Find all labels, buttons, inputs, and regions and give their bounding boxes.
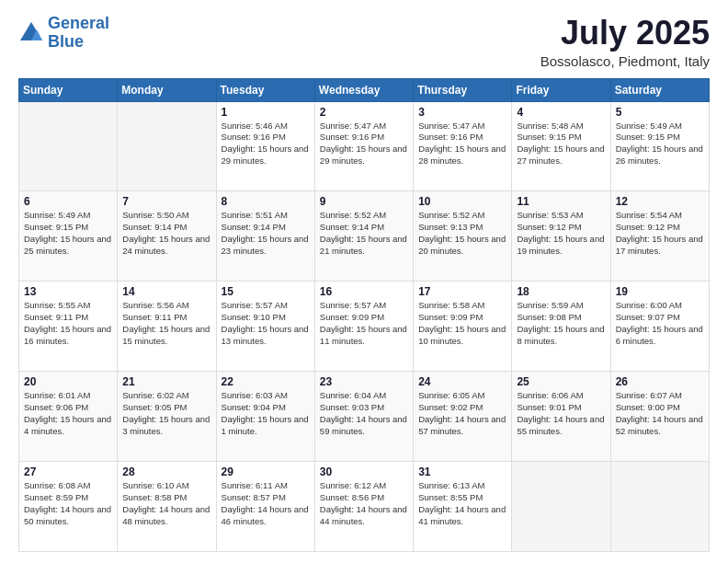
day-detail: Sunrise: 6:04 AMSunset: 9:03 PMDaylight:… bbox=[320, 390, 408, 437]
calendar-cell-w4-d2: 22Sunrise: 6:03 AMSunset: 9:04 PMDayligh… bbox=[216, 372, 314, 462]
week-row-3: 13Sunrise: 5:55 AMSunset: 9:11 PMDayligh… bbox=[19, 282, 710, 372]
day-number: 28 bbox=[122, 465, 210, 478]
calendar-cell-w2-d3: 9Sunrise: 5:52 AMSunset: 9:14 PMDaylight… bbox=[314, 191, 413, 282]
day-number: 30 bbox=[320, 465, 408, 478]
day-number: 4 bbox=[517, 106, 605, 119]
week-row-2: 6Sunrise: 5:49 AMSunset: 9:15 PMDaylight… bbox=[19, 191, 710, 282]
day-number: 27 bbox=[24, 465, 112, 478]
day-number: 23 bbox=[320, 375, 408, 388]
day-detail: Sunrise: 5:57 AMSunset: 9:09 PMDaylight:… bbox=[320, 300, 408, 347]
day-detail: Sunrise: 5:55 AMSunset: 9:11 PMDaylight:… bbox=[24, 300, 112, 347]
day-number: 16 bbox=[320, 285, 408, 298]
col-tuesday: Tuesday bbox=[216, 78, 314, 101]
calendar-cell-w5-d4: 31Sunrise: 6:13 AMSunset: 8:55 PMDayligh… bbox=[414, 462, 512, 552]
day-number: 6 bbox=[24, 195, 112, 208]
day-detail: Sunrise: 6:05 AMSunset: 9:02 PMDaylight:… bbox=[418, 390, 506, 437]
day-number: 10 bbox=[418, 195, 506, 208]
calendar-cell-w4-d6: 26Sunrise: 6:07 AMSunset: 9:00 PMDayligh… bbox=[610, 372, 709, 462]
day-number: 11 bbox=[517, 195, 605, 208]
day-number: 14 bbox=[122, 285, 210, 298]
day-number: 17 bbox=[418, 285, 506, 298]
day-detail: Sunrise: 5:56 AMSunset: 9:11 PMDaylight:… bbox=[122, 300, 210, 347]
day-number: 7 bbox=[122, 195, 210, 208]
day-detail: Sunrise: 6:03 AMSunset: 9:04 PMDaylight:… bbox=[222, 390, 310, 437]
col-wednesday: Wednesday bbox=[314, 78, 413, 101]
logo-icon bbox=[18, 20, 44, 46]
day-number: 22 bbox=[222, 375, 310, 388]
calendar-cell-w1-d2: 1Sunrise: 5:46 AMSunset: 9:16 PMDaylight… bbox=[216, 101, 314, 191]
day-detail: Sunrise: 5:46 AMSunset: 9:16 PMDaylight:… bbox=[222, 121, 310, 167]
col-monday: Monday bbox=[118, 78, 216, 101]
day-detail: Sunrise: 5:52 AMSunset: 9:14 PMDaylight:… bbox=[320, 210, 408, 257]
calendar-cell-w1-d6: 5Sunrise: 5:49 AMSunset: 9:15 PMDaylight… bbox=[610, 101, 709, 191]
day-number: 15 bbox=[222, 285, 310, 298]
day-detail: Sunrise: 6:02 AMSunset: 9:05 PMDaylight:… bbox=[122, 390, 210, 437]
day-number: 19 bbox=[616, 285, 704, 298]
day-detail: Sunrise: 5:54 AMSunset: 9:12 PMDaylight:… bbox=[616, 210, 704, 257]
calendar-cell-w1-d5: 4Sunrise: 5:48 AMSunset: 9:15 PMDaylight… bbox=[512, 101, 610, 191]
day-number: 31 bbox=[418, 465, 506, 478]
day-detail: Sunrise: 6:08 AMSunset: 8:59 PMDaylight:… bbox=[24, 480, 112, 527]
day-detail: Sunrise: 6:07 AMSunset: 9:00 PMDaylight:… bbox=[616, 390, 704, 437]
calendar-cell-w2-d4: 10Sunrise: 5:52 AMSunset: 9:13 PMDayligh… bbox=[414, 191, 512, 282]
title-block: July 2025 Bossolasco, Piedmont, Italy bbox=[540, 15, 710, 69]
calendar-cell-w4-d4: 24Sunrise: 6:05 AMSunset: 9:02 PMDayligh… bbox=[414, 372, 512, 462]
calendar-cell-w3-d5: 18Sunrise: 5:59 AMSunset: 9:08 PMDayligh… bbox=[512, 282, 610, 372]
col-thursday: Thursday bbox=[414, 78, 512, 101]
week-row-4: 20Sunrise: 6:01 AMSunset: 9:06 PMDayligh… bbox=[19, 372, 710, 462]
calendar-cell-w3-d1: 14Sunrise: 5:56 AMSunset: 9:11 PMDayligh… bbox=[118, 282, 216, 372]
calendar-cell-w4-d5: 25Sunrise: 6:06 AMSunset: 9:01 PMDayligh… bbox=[512, 372, 610, 462]
calendar-cell-w3-d4: 17Sunrise: 5:58 AMSunset: 9:09 PMDayligh… bbox=[414, 282, 512, 372]
day-detail: Sunrise: 5:57 AMSunset: 9:10 PMDaylight:… bbox=[222, 300, 310, 347]
col-friday: Friday bbox=[512, 78, 610, 101]
calendar-cell-w4-d3: 23Sunrise: 6:04 AMSunset: 9:03 PMDayligh… bbox=[314, 372, 413, 462]
logo-text: General Blue bbox=[48, 15, 109, 52]
day-detail: Sunrise: 5:52 AMSunset: 9:13 PMDaylight:… bbox=[418, 210, 506, 257]
calendar-cell-w2-d1: 7Sunrise: 5:50 AMSunset: 9:14 PMDaylight… bbox=[118, 191, 216, 282]
day-detail: Sunrise: 5:47 AMSunset: 9:16 PMDaylight:… bbox=[418, 121, 506, 167]
calendar-table: Sunday Monday Tuesday Wednesday Thursday… bbox=[18, 78, 710, 552]
page: General Blue July 2025 Bossolasco, Piedm… bbox=[0, 0, 728, 563]
calendar-header-row: Sunday Monday Tuesday Wednesday Thursday… bbox=[19, 78, 710, 101]
calendar-cell-w5-d1: 28Sunrise: 6:10 AMSunset: 8:58 PMDayligh… bbox=[118, 462, 216, 552]
day-detail: Sunrise: 5:49 AMSunset: 9:15 PMDaylight:… bbox=[24, 210, 112, 257]
calendar-cell-w5-d6 bbox=[610, 462, 709, 552]
day-detail: Sunrise: 6:00 AMSunset: 9:07 PMDaylight:… bbox=[616, 300, 704, 347]
calendar-cell-w2-d2: 8Sunrise: 5:51 AMSunset: 9:14 PMDaylight… bbox=[216, 191, 314, 282]
day-number: 29 bbox=[222, 465, 310, 478]
col-sunday: Sunday bbox=[19, 78, 118, 101]
day-detail: Sunrise: 5:47 AMSunset: 9:16 PMDaylight:… bbox=[320, 121, 408, 167]
col-saturday: Saturday bbox=[610, 78, 709, 101]
subtitle: Bossolasco, Piedmont, Italy bbox=[540, 53, 710, 69]
calendar-cell-w5-d3: 30Sunrise: 6:12 AMSunset: 8:56 PMDayligh… bbox=[314, 462, 413, 552]
day-number: 9 bbox=[320, 195, 408, 208]
day-detail: Sunrise: 5:50 AMSunset: 9:14 PMDaylight:… bbox=[122, 210, 210, 257]
day-detail: Sunrise: 5:48 AMSunset: 9:15 PMDaylight:… bbox=[517, 121, 605, 167]
day-detail: Sunrise: 6:13 AMSunset: 8:55 PMDaylight:… bbox=[418, 480, 506, 527]
day-number: 18 bbox=[517, 285, 605, 298]
calendar-cell-w5-d0: 27Sunrise: 6:08 AMSunset: 8:59 PMDayligh… bbox=[19, 462, 118, 552]
day-number: 8 bbox=[222, 195, 310, 208]
calendar-cell-w3-d2: 15Sunrise: 5:57 AMSunset: 9:10 PMDayligh… bbox=[216, 282, 314, 372]
day-number: 12 bbox=[616, 195, 704, 208]
day-number: 26 bbox=[616, 375, 704, 388]
calendar-cell-w2-d6: 12Sunrise: 5:54 AMSunset: 9:12 PMDayligh… bbox=[610, 191, 709, 282]
week-row-1: 1Sunrise: 5:46 AMSunset: 9:16 PMDaylight… bbox=[19, 101, 710, 191]
day-number: 1 bbox=[222, 106, 310, 119]
day-detail: Sunrise: 6:10 AMSunset: 8:58 PMDaylight:… bbox=[122, 480, 210, 527]
calendar-cell-w1-d3: 2Sunrise: 5:47 AMSunset: 9:16 PMDaylight… bbox=[314, 101, 413, 191]
calendar-cell-w4-d0: 20Sunrise: 6:01 AMSunset: 9:06 PMDayligh… bbox=[19, 372, 118, 462]
day-number: 2 bbox=[320, 106, 408, 119]
day-number: 5 bbox=[616, 106, 704, 119]
week-row-5: 27Sunrise: 6:08 AMSunset: 8:59 PMDayligh… bbox=[19, 462, 710, 552]
calendar-cell-w1-d1 bbox=[118, 101, 216, 191]
day-detail: Sunrise: 6:12 AMSunset: 8:56 PMDaylight:… bbox=[320, 480, 408, 527]
day-number: 21 bbox=[122, 375, 210, 388]
day-detail: Sunrise: 6:01 AMSunset: 9:06 PMDaylight:… bbox=[24, 390, 112, 437]
day-detail: Sunrise: 6:06 AMSunset: 9:01 PMDaylight:… bbox=[517, 390, 605, 437]
calendar-cell-w4-d1: 21Sunrise: 6:02 AMSunset: 9:05 PMDayligh… bbox=[118, 372, 216, 462]
day-number: 13 bbox=[24, 285, 112, 298]
day-detail: Sunrise: 5:51 AMSunset: 9:14 PMDaylight:… bbox=[222, 210, 310, 257]
calendar-cell-w3-d3: 16Sunrise: 5:57 AMSunset: 9:09 PMDayligh… bbox=[314, 282, 413, 372]
day-number: 25 bbox=[517, 375, 605, 388]
